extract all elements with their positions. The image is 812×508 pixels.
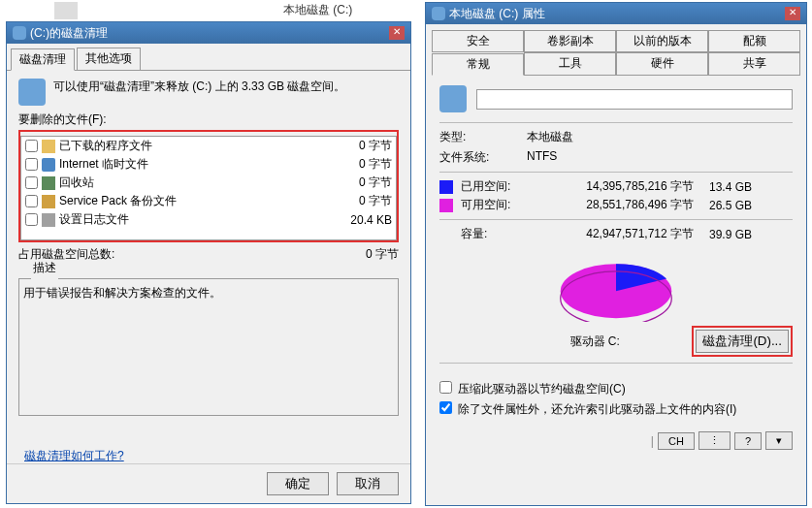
properties-tabs-row1: 安全 卷影副本 以前的版本 配额 — [432, 30, 800, 52]
compress-checkbox[interactable] — [439, 381, 452, 394]
divider — [439, 172, 793, 173]
file-name: Internet 临时文件 — [59, 156, 148, 173]
cancel-button[interactable]: 取消 — [337, 472, 399, 495]
recycle-icon — [42, 176, 55, 190]
desktop-mini-icon — [54, 2, 78, 19]
vertical-bar-icon: | — [651, 434, 654, 448]
index-checkbox[interactable] — [439, 401, 452, 414]
tab-quota[interactable]: 配额 — [708, 30, 800, 51]
free-swatch-icon — [439, 199, 453, 212]
file-size: 0 字节 — [359, 193, 392, 209]
file-list[interactable]: 已下载的程序文件0 字节 Internet 临时文件0 字节 回收站0 字节 S… — [20, 136, 397, 240]
highlight-cleanup-button: 磁盘清理(D)... — [692, 326, 793, 357]
cleanup-button-row: 确定 取消 — [7, 463, 410, 503]
divider — [439, 122, 793, 123]
properties-tabs-row2: 常规 工具 硬件 共享 — [432, 52, 800, 76]
file-name: 设置日志文件 — [59, 211, 129, 228]
properties-titlebar: 本地磁盘 (C:) 属性 ✕ — [426, 3, 806, 24]
compress-label: 压缩此驱动器以节约磁盘空间(C) — [458, 381, 626, 397]
file-name: Service Pack 备份文件 — [59, 193, 177, 209]
volume-icon — [439, 85, 467, 112]
list-item: 设置日志文件20.4 KB — [21, 210, 396, 229]
file-checkbox[interactable] — [25, 213, 38, 226]
divider — [439, 219, 793, 220]
used-swatch-icon — [439, 180, 453, 194]
file-name: 已下载的程序文件 — [59, 138, 152, 154]
compress-option[interactable]: 压缩此驱动器以节约磁盘空间(C) — [439, 381, 793, 397]
disk-cleanup-button[interactable]: 磁盘清理(D)... — [696, 330, 789, 353]
properties-window-title: 本地磁盘 (C:) 属性 — [449, 6, 545, 22]
used-label: 已用空间: — [461, 178, 538, 195]
description-legend: 描述 — [31, 260, 58, 276]
filesystem-value: NTFS — [527, 149, 557, 166]
drive-properties-window: 本地磁盘 (C:) 属性 ✕ 安全 卷影副本 以前的版本 配额 常规 工具 硬件… — [425, 2, 807, 506]
index-option[interactable]: 除了文件属性外，还允许索引此驱动器上文件的内容(I) — [439, 401, 793, 418]
file-checkbox[interactable] — [25, 158, 38, 171]
file-size: 20.4 KB — [350, 213, 392, 227]
capacity-gb: 39.9 GB — [694, 228, 752, 241]
free-label: 可用空间: — [461, 197, 538, 213]
folder-icon — [42, 140, 55, 153]
cleanup-tabs: 磁盘清理 其他选项 — [7, 44, 410, 71]
volume-label-input[interactable] — [476, 89, 793, 110]
ime-ch-button[interactable]: CH — [658, 432, 695, 450]
ime-toolbar: | CH ⋮ ? ▾ — [439, 431, 793, 450]
divider — [439, 363, 793, 364]
highlight-file-list: 已下载的程序文件0 字节 Internet 临时文件0 字节 回收站0 字节 S… — [18, 130, 399, 242]
list-item: 已下载的程序文件0 字节 — [21, 137, 396, 155]
usage-pie-chart — [553, 254, 679, 322]
list-item: 回收站0 字节 — [21, 174, 396, 192]
description-text: 用于错误报告和解决方案检查的文件。 — [23, 285, 394, 411]
drive-icon — [432, 7, 445, 20]
cleanup-content: 可以使用“磁盘清理”来释放 (C:) 上的 3.33 GB 磁盘空间。 要删除的… — [7, 71, 410, 463]
ie-icon — [42, 158, 55, 172]
used-gb: 13.4 GB — [694, 180, 752, 194]
cleanup-intro-text: 可以使用“磁盘清理”来释放 (C:) 上的 3.33 GB 磁盘空间。 — [53, 79, 399, 95]
tab-disk-cleanup[interactable]: 磁盘清理 — [11, 48, 75, 71]
cleanup-drive-icon — [13, 26, 26, 40]
file-size: 0 字节 — [359, 138, 392, 154]
tab-security[interactable]: 安全 — [432, 30, 524, 51]
file-checkbox[interactable] — [25, 195, 38, 207]
tab-general[interactable]: 常规 — [432, 53, 524, 76]
file-checkbox[interactable] — [25, 140, 38, 152]
how-it-works-link[interactable]: 磁盘清理如何工作? — [24, 448, 124, 464]
close-icon[interactable]: ✕ — [389, 26, 405, 40]
ime-options-button[interactable]: ⋮ — [698, 431, 731, 450]
filesystem-label: 文件系统: — [439, 149, 527, 166]
file-size: 0 字节 — [359, 175, 392, 191]
list-item: Service Pack 备份文件0 字节 — [21, 192, 396, 210]
file-name: 回收站 — [59, 175, 94, 191]
file-size: 0 字节 — [359, 156, 392, 173]
cleanup-window-title: (C:)的磁盘清理 — [30, 25, 108, 42]
files-to-delete-label: 要删除的文件(F): — [18, 111, 399, 128]
type-value: 本地磁盘 — [527, 129, 573, 145]
capacity-bytes: 42,947,571,712 字节 — [538, 226, 694, 242]
capacity-label: 容量: — [461, 226, 538, 242]
ok-button[interactable]: 确定 — [267, 472, 329, 495]
log-icon — [42, 213, 55, 227]
tab-shadow-copies[interactable]: 卷影副本 — [524, 30, 616, 51]
tab-previous-versions[interactable]: 以前的版本 — [616, 30, 708, 51]
used-bytes: 14,395,785,216 字节 — [538, 178, 694, 195]
drive-name-label: 驱动器 C: — [439, 333, 692, 350]
disk-cleanup-window: (C:)的磁盘清理 ✕ 磁盘清理 其他选项 可以使用“磁盘清理”来释放 (C:)… — [6, 21, 411, 504]
close-icon[interactable]: ✕ — [785, 7, 800, 20]
disk-cleanup-icon — [18, 79, 46, 106]
ime-chevron-button[interactable]: ▾ — [765, 431, 793, 450]
file-checkbox[interactable] — [25, 176, 38, 189]
tab-tools[interactable]: 工具 — [524, 52, 616, 75]
cleanup-titlebar: (C:)的磁盘清理 ✕ — [7, 22, 410, 44]
properties-content: 类型:本地磁盘 文件系统:NTFS 已用空间:14,395,785,216 字节… — [426, 76, 806, 460]
tab-hardware[interactable]: 硬件 — [616, 52, 708, 75]
free-gb: 26.5 GB — [694, 199, 752, 212]
ime-help-button[interactable]: ? — [734, 432, 762, 450]
background-window-title: 本地磁盘 (C:) — [281, 0, 354, 20]
tab-sharing[interactable]: 共享 — [708, 52, 800, 75]
total-size: 0 字节 — [366, 246, 399, 263]
package-icon — [42, 195, 55, 208]
tab-more-options[interactable]: 其他选项 — [77, 48, 141, 70]
free-bytes: 28,551,786,496 字节 — [538, 197, 694, 213]
index-label: 除了文件属性外，还允许索引此驱动器上文件的内容(I) — [458, 401, 736, 418]
list-item: Internet 临时文件0 字节 — [21, 155, 396, 174]
